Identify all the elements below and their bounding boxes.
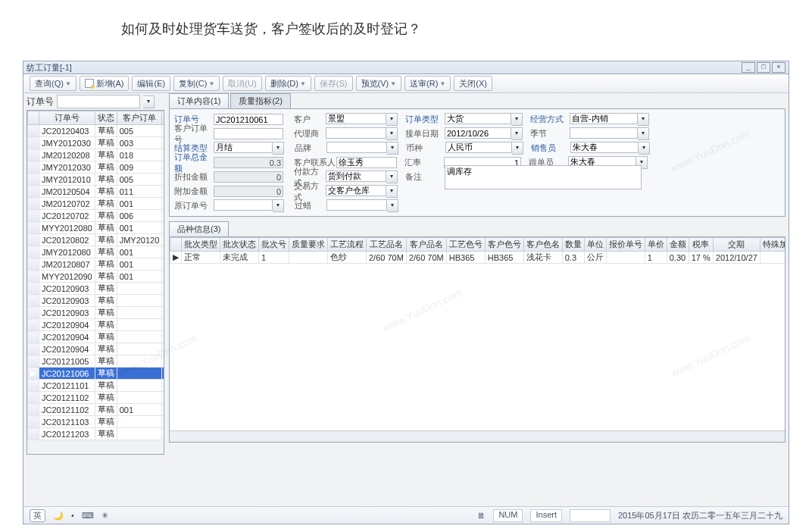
toolbar-delete-button[interactable]: 删除(D)▼ <box>265 76 311 91</box>
toolbar-label: 查询(Q) <box>35 78 64 89</box>
order-type-input[interactable] <box>445 113 511 124</box>
biz-mode-input[interactable] <box>570 113 638 124</box>
detail-grid[interactable]: 批次类型批次状态批次号质量要求工艺流程工艺品名客户品名工艺色号客户色号客户色名数… <box>169 236 785 443</box>
toolbar-preview-button[interactable]: 预览(V)▼ <box>356 76 402 91</box>
row-indicator <box>28 283 39 295</box>
pay-dd-icon[interactable]: ▾ <box>386 171 398 183</box>
toolbar-copy-button[interactable]: 复制(C)▼ <box>173 76 220 91</box>
order-row[interactable]: MYY2012090草稿001 <box>28 271 165 283</box>
order-row[interactable]: JM20120702草稿001 <box>28 198 165 210</box>
order-row[interactable]: JC20121102草稿 <box>28 392 165 404</box>
trade-dd-icon[interactable]: ▾ <box>386 185 398 198</box>
window-close-button[interactable]: × <box>772 62 785 73</box>
toolbar-query-button[interactable]: 查询(Q)▼ <box>30 76 77 91</box>
order-no-input[interactable] <box>214 114 283 125</box>
order-row[interactable]: JC20120903草稿 <box>28 307 165 319</box>
remark-input[interactable]: 调库存 <box>445 165 642 189</box>
row-indicator: ▶ <box>28 368 39 380</box>
order-list-grid[interactable]: 订单号状态客户订单▲JC20120403草稿005JMY2012030草稿003… <box>27 110 164 455</box>
row-indicator <box>28 307 39 319</box>
order-row[interactable]: JC20120903草稿 <box>28 295 165 307</box>
orig-dd-icon[interactable]: ▾ <box>273 199 284 212</box>
settle-input[interactable] <box>214 142 273 153</box>
currency-input[interactable] <box>445 142 512 153</box>
agent-dd-icon[interactable]: ▾ <box>386 127 398 140</box>
order-row[interactable]: JC20121102草稿001 <box>28 404 165 416</box>
order-row[interactable]: JC20120702草稿006 <box>28 210 165 222</box>
order-type-dd-icon[interactable]: ▾ <box>511 113 523 126</box>
row-indicator <box>28 198 39 210</box>
recv-date-input[interactable] <box>445 127 511 139</box>
order-row[interactable]: JMY2012030草稿003 <box>28 137 165 149</box>
order-row[interactable]: JMY2012030草稿009 <box>28 161 165 174</box>
row-indicator <box>28 210 39 222</box>
toolbar-edit-button[interactable]: 编辑(E) <box>132 76 170 91</box>
filter-order-input[interactable] <box>57 95 140 108</box>
sales-dd-icon[interactable]: ▾ <box>639 142 650 155</box>
chevron-down-icon: ▼ <box>390 80 396 87</box>
season-input[interactable] <box>570 127 638 139</box>
order-row[interactable]: JC20120904草稿 <box>28 343 165 355</box>
order-row[interactable]: JC20121005草稿 <box>28 355 165 368</box>
row-indicator <box>28 271 39 283</box>
order-row[interactable]: MYY2012080草稿001 <box>28 222 165 234</box>
detail-row[interactable]: ▶正常未完成1色纱2/60 70M2/60 70MHB365HB365浅花卡0.… <box>170 252 786 264</box>
toolbar-new-button[interactable]: 新增(A) <box>80 76 130 91</box>
toolbar-review-button[interactable]: 送审(R)▼ <box>404 76 451 91</box>
order-row[interactable]: JC20120403草稿005 <box>28 125 165 137</box>
order-row[interactable]: JM20120208草稿018 <box>28 149 165 161</box>
brand-input[interactable] <box>326 142 387 153</box>
order-row[interactable]: JM20120504草稿011 <box>28 186 165 198</box>
title-bar: 纺工订量[-1] _ □ × <box>23 61 789 74</box>
customer-dd-icon[interactable]: ▾ <box>386 113 398 126</box>
window-max-button[interactable]: □ <box>757 62 770 73</box>
window-min-button[interactable]: _ <box>742 62 755 73</box>
order-row[interactable]: JMY2012010草稿005 <box>28 174 165 186</box>
addon-input[interactable] <box>214 186 283 197</box>
row-indicator <box>28 125 39 137</box>
order-row[interactable]: JC20121103草稿 <box>28 416 165 428</box>
wax-dd-icon[interactable]: ▾ <box>387 199 398 212</box>
pay-input[interactable] <box>326 171 386 182</box>
season-dd-icon[interactable]: ▾ <box>638 127 649 140</box>
row-indicator <box>28 246 39 258</box>
toolbar-label: 预览(V) <box>361 78 389 89</box>
currency-dd-icon[interactable]: ▾ <box>512 142 523 155</box>
tab-variety[interactable]: 品种信息(3) <box>169 221 229 236</box>
tab-quality[interactable]: 质量指标(2) <box>230 93 290 108</box>
settle-dd-icon[interactable]: ▾ <box>273 142 284 155</box>
customer-input[interactable] <box>326 113 386 124</box>
lbl-season: 季节 <box>530 128 570 139</box>
order-row[interactable]: JC20121101草稿 <box>28 380 165 392</box>
tab-order-content[interactable]: 订单内容(1) <box>169 93 229 108</box>
order-row[interactable]: JC20120904草稿 <box>28 331 165 343</box>
cust-order-input[interactable] <box>214 128 283 139</box>
splitter[interactable] <box>160 110 164 502</box>
ime-icon[interactable]: 英 <box>30 509 45 522</box>
order-row[interactable]: ▶JC20121006草稿 <box>28 368 165 380</box>
biz-mode-dd-icon[interactable]: ▾ <box>638 113 649 126</box>
toolbar-save-button: 保存(S) <box>314 76 353 91</box>
lbl-currency: 币种 <box>406 142 445 154</box>
contact-input[interactable] <box>336 157 397 168</box>
filter-dropdown-icon[interactable]: ▾ <box>143 95 155 108</box>
orig-input[interactable] <box>214 199 273 211</box>
order-row[interactable]: JMY2012080草稿001 <box>28 246 165 258</box>
order-row[interactable]: JC20120903草稿 <box>28 283 165 295</box>
order-row[interactable]: JC20120904草稿 <box>28 319 165 331</box>
trade-input[interactable] <box>326 185 386 196</box>
detail-hscroll[interactable] <box>170 430 785 442</box>
order-row[interactable]: JC20121203草稿 <box>28 428 165 440</box>
order-row[interactable]: JC20120802草稿JMY20120 <box>28 234 165 246</box>
sales-input[interactable] <box>570 142 639 153</box>
lbl-orig: 原订单号 <box>174 200 214 211</box>
toolbar-close-button[interactable]: 关闭(X) <box>454 76 492 91</box>
discount-input[interactable] <box>214 171 283 183</box>
row-indicator <box>28 186 39 198</box>
recv-date-dd-icon[interactable]: ▾ <box>511 127 523 140</box>
wax-input[interactable] <box>326 199 387 211</box>
brand-dd-icon[interactable]: ▾ <box>387 142 398 155</box>
agent-input[interactable] <box>326 127 386 139</box>
lbl-discount: 折扣金额 <box>174 171 214 183</box>
order-row[interactable]: JM20120807草稿001 <box>28 258 165 271</box>
